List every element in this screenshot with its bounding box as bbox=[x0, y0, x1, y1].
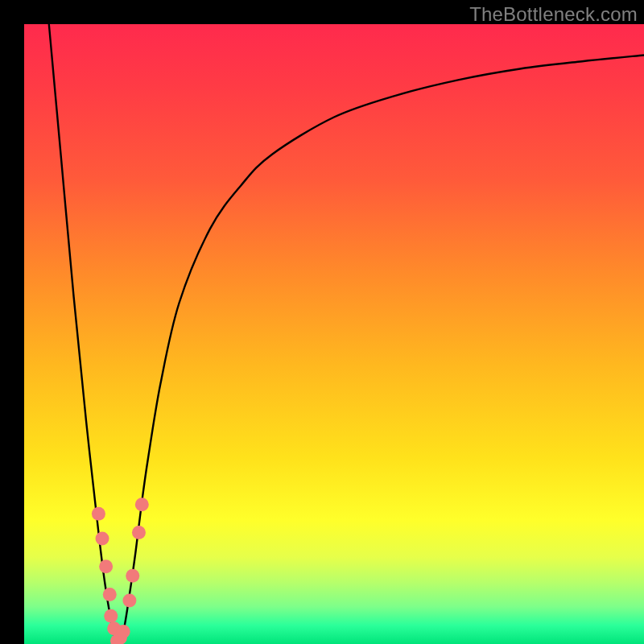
data-dot bbox=[117, 625, 130, 638]
data-dot bbox=[122, 594, 136, 608]
data-dot bbox=[92, 507, 105, 521]
data-dot bbox=[104, 609, 118, 623]
data-dot bbox=[126, 569, 139, 583]
data-dot bbox=[99, 559, 113, 573]
watermark-text: TheBottleneck.com bbox=[469, 3, 638, 26]
chart-frame: TheBottleneck.com bbox=[0, 0, 644, 644]
plot-area bbox=[24, 24, 644, 644]
data-dot bbox=[103, 588, 117, 601]
bottleneck-curve bbox=[49, 24, 644, 644]
data-dot bbox=[96, 532, 109, 546]
data-dot bbox=[135, 497, 149, 511]
data-dot bbox=[132, 526, 146, 539]
chart-svg bbox=[24, 24, 644, 644]
